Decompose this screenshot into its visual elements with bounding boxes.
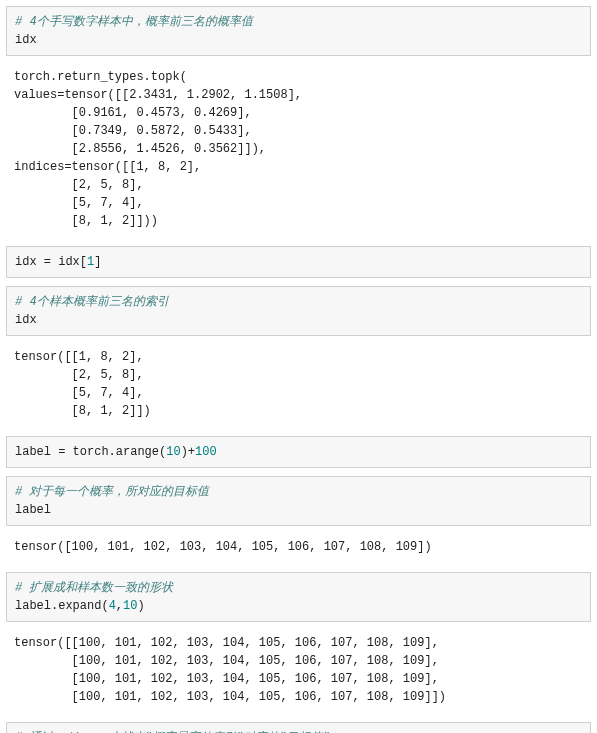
- code-line: idx = idx[: [15, 255, 87, 269]
- code-line: ]: [94, 255, 101, 269]
- code-line: idx: [15, 313, 37, 327]
- number: 10: [123, 599, 137, 613]
- output-cell-1: torch.return_types.topk( values=tensor([…: [6, 64, 591, 238]
- comment: # 对于每一个概率，所对应的目标值: [15, 485, 209, 499]
- code-line: label = torch.arange(: [15, 445, 166, 459]
- comment: # 扩展成和样本数一致的形状: [15, 581, 173, 595]
- output-cell-6: tensor([[100, 101, 102, 103, 104, 105, 1…: [6, 630, 591, 714]
- comment: # 4个手写数字样本中，概率前三名的概率值: [15, 15, 253, 29]
- code-line: ,: [116, 599, 123, 613]
- number: 4: [109, 599, 116, 613]
- output-cell-5: tensor([100, 101, 102, 103, 104, 105, 10…: [6, 534, 591, 564]
- number: 100: [195, 445, 217, 459]
- output-cell-3: tensor([[1, 8, 2], [2, 5, 8], [5, 7, 4],…: [6, 344, 591, 428]
- code-line: label.expand(: [15, 599, 109, 613]
- code-cell-3: # 4个样本概率前三名的索引 idx: [6, 286, 591, 336]
- code-cell-2: idx = idx[1]: [6, 246, 591, 278]
- number: 10: [166, 445, 180, 459]
- code-cell-5: # 对于每一个概率，所对应的目标值 label: [6, 476, 591, 526]
- code-cell-7: # 通过gather，去找出"概率最高的索引"对应的"目标值" torch.ga…: [6, 722, 591, 733]
- code-cell-6: # 扩展成和样本数一致的形状 label.expand(4,10): [6, 572, 591, 622]
- code-line: label: [15, 503, 51, 517]
- code-line: ): [137, 599, 144, 613]
- comment: # 4个样本概率前三名的索引: [15, 295, 169, 309]
- code-cell-4: label = torch.arange(10)+100: [6, 436, 591, 468]
- code-cell-1: # 4个手写数字样本中，概率前三名的概率值 idx: [6, 6, 591, 56]
- code-line: )+: [181, 445, 195, 459]
- code-line: idx: [15, 33, 37, 47]
